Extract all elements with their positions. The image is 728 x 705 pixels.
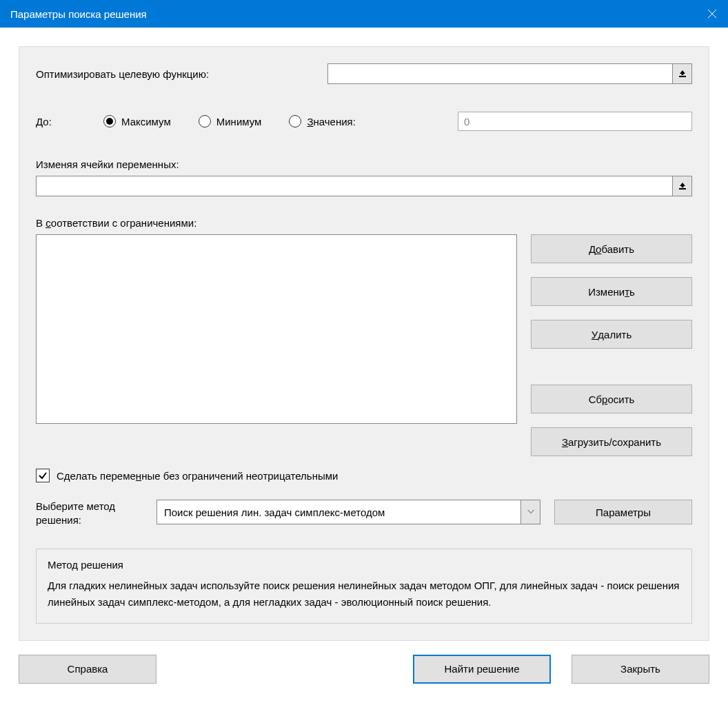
help-button[interactable]: Справка	[19, 655, 156, 684]
delete-button[interactable]: Удалить	[531, 320, 692, 349]
objective-ref-button[interactable]	[673, 63, 692, 84]
constraints-list[interactable]	[36, 234, 517, 424]
radio-min[interactable]: Минимум	[199, 115, 262, 127]
method-help-body: Для гладких нелинейных задач используйте…	[48, 578, 680, 611]
params-button[interactable]: Параметры	[554, 500, 692, 524]
collapse-dialog-icon	[678, 182, 687, 190]
close-dialog-button[interactable]: Закрыть	[572, 655, 709, 684]
radio-min-label: Минимум	[216, 116, 262, 127]
radio-icon	[103, 115, 116, 127]
change-button[interactable]: Изменить	[531, 277, 692, 306]
to-label: До:	[36, 116, 98, 127]
vars-input[interactable]	[36, 176, 673, 196]
method-label: Выберите метод решения:	[36, 500, 143, 528]
method-select[interactable]: Поиск решения лин. задач симплекс-методо…	[156, 500, 540, 524]
reset-button[interactable]: Сбросить	[531, 385, 692, 413]
radio-max[interactable]: Максимум	[103, 115, 171, 127]
close-icon	[708, 10, 716, 18]
radio-value-label: Значения:	[307, 116, 355, 127]
close-button[interactable]	[696, 0, 728, 28]
method-help-box: Метод решения Для гладких нелинейных зад…	[36, 549, 692, 624]
svg-rect-2	[679, 76, 686, 77]
objective-label: Оптимизировать целевую функцию:	[36, 68, 322, 80]
collapse-dialog-icon	[678, 70, 687, 78]
to-radio-group: Максимум Минимум Значения:	[103, 115, 452, 127]
vars-label: Изменяя ячейки переменных:	[36, 159, 692, 170]
titlebar-title: Параметры поиска решения	[10, 8, 147, 20]
radio-value[interactable]: Значения:	[289, 115, 355, 127]
vars-ref-button[interactable]	[673, 176, 692, 196]
constraints-label: В соответствии с ограничениями:	[36, 217, 692, 229]
method-select-dropdown[interactable]	[521, 500, 540, 524]
solve-button[interactable]: Найти решение	[413, 655, 551, 684]
nonneg-checkbox[interactable]	[36, 469, 50, 482]
nonneg-label: Сделать переменные без ограничений неотр…	[57, 470, 338, 482]
titlebar: Параметры поиска решения	[0, 0, 728, 28]
to-value-input[interactable]	[458, 112, 692, 131]
checkmark-icon	[38, 471, 48, 480]
svg-rect-3	[679, 188, 686, 190]
method-help-title: Метод решения	[48, 559, 680, 571]
radio-icon	[289, 115, 301, 127]
radio-max-label: Максимум	[121, 116, 171, 127]
load-save-button[interactable]: Загрузить/сохранить	[531, 427, 692, 456]
chevron-down-icon	[527, 510, 534, 514]
add-button[interactable]: Добавить	[531, 234, 692, 263]
radio-icon	[199, 115, 211, 127]
objective-input[interactable]	[327, 63, 673, 84]
method-select-value: Поиск решения лин. задач симплекс-методо…	[156, 500, 521, 524]
